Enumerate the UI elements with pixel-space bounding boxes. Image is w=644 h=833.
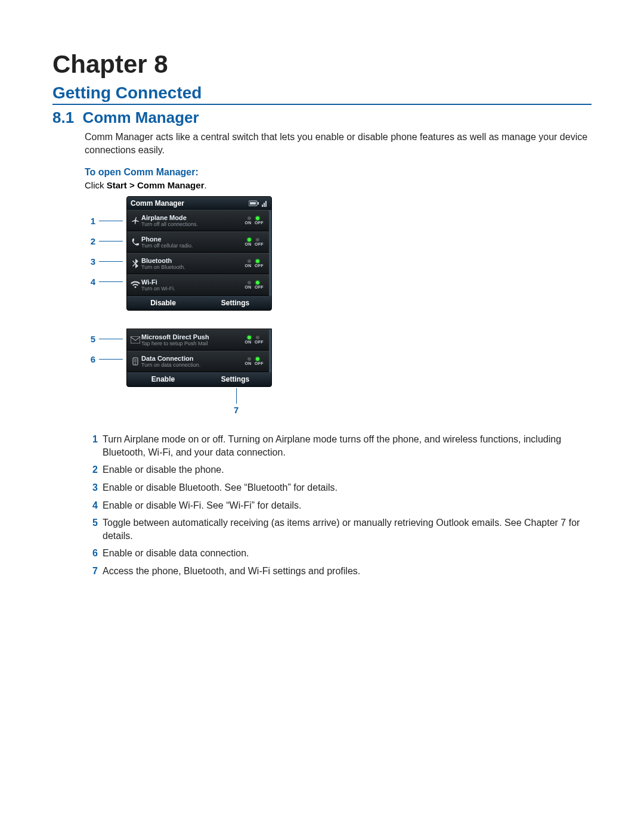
svg-rect-2 [258, 202, 259, 205]
section-number: 8.1 [52, 109, 74, 126]
comm-row-mail[interactable]: Microsoft Direct PushTap here to setup P… [127, 329, 269, 351]
comm-manager-screenshot-2: Microsoft Direct PushTap here to setup P… [126, 329, 272, 387]
row-title: Airplane Mode [141, 215, 242, 221]
on-off-toggle[interactable]: ONOFF [242, 357, 265, 366]
legend-number: 1 [85, 433, 98, 459]
scrollbar[interactable] [269, 210, 271, 296]
callout-leader-line [99, 339, 123, 339]
legend-number: 3 [85, 481, 98, 494]
on-off-toggle[interactable]: ONOFF [242, 216, 265, 225]
comm-manager-screenshot-1: Comm Manager Airplane ModeTurn off all c… [126, 196, 272, 311]
legend-item: 4Enable or disable Wi-Fi. See “Wi-Fi” fo… [85, 499, 592, 512]
section-heading: 8.1 Comm Manager [52, 109, 592, 127]
wifi-icon [129, 281, 141, 289]
callout-number: 7 [234, 405, 239, 415]
intro-paragraph: Comm Manager acts like a central switch … [85, 131, 592, 156]
legend-number: 7 [85, 565, 98, 578]
comm-row-bluetooth[interactable]: BluetoothTurn on Bluetooth.ONOFF [127, 253, 269, 274]
svg-rect-8 [134, 359, 137, 363]
legend-text: Access the phone, Bluetooth, and Wi-Fi s… [103, 565, 592, 578]
softkey-settings[interactable]: Settings [199, 296, 271, 310]
legend-number: 6 [85, 547, 98, 560]
callout-leader-line [99, 359, 123, 360]
mail-icon [129, 336, 141, 343]
svg-point-9 [135, 363, 136, 364]
data-icon [129, 357, 141, 366]
on-off-toggle[interactable]: ONOFF [242, 259, 265, 268]
airplane-icon [129, 216, 141, 225]
open-comm-heading: To open Comm Manager: [85, 167, 592, 178]
row-subtitle: Turn on Bluetooth. [141, 265, 242, 270]
legend-list: 1Turn Airplane mode on or off. Turning o… [85, 433, 592, 577]
svg-rect-1 [250, 202, 256, 205]
comm-row-wifi[interactable]: Wi-FiTurn on Wi-Fi.ONOFF [127, 274, 269, 296]
legend-text: Turn Airplane mode on or off. Turning on… [103, 433, 592, 459]
softkey-disable[interactable]: Disable [127, 296, 199, 310]
callout-leader-line [99, 221, 123, 221]
battery-icon [249, 200, 259, 206]
row-subtitle: Turn off cellular radio. [141, 243, 242, 249]
callout-leader-line [99, 261, 123, 262]
row-subtitle: Turn off all connections. [141, 222, 242, 227]
legend-item: 3Enable or disable Bluetooth. See “Bluet… [85, 481, 592, 494]
section-title: Comm Manager [83, 109, 199, 126]
legend-text: Enable or disable Bluetooth. See “Blueto… [103, 481, 592, 494]
device-title: Comm Manager [131, 199, 184, 208]
comm-row-airplane[interactable]: Airplane ModeTurn off all connections.ON… [127, 210, 269, 231]
legend-item: 7Access the phone, Bluetooth, and Wi-Fi … [85, 565, 592, 578]
row-title: Microsoft Direct Push [141, 334, 242, 340]
comm-row-phone[interactable]: PhoneTurn off cellular radio.ONOFF [127, 231, 269, 253]
bluetooth-icon [129, 259, 141, 268]
callout-leader-line [99, 281, 123, 282]
callout-number: 2 [85, 236, 95, 246]
callout-number: 5 [85, 334, 95, 344]
callout-number: 1 [85, 216, 95, 226]
status-bar [249, 200, 268, 207]
legend-text: Toggle between automatically receiving (… [103, 516, 592, 542]
svg-rect-3 [262, 205, 263, 207]
row-subtitle: Turn on data connection. [141, 363, 242, 368]
legend-item: 1Turn Airplane mode on or off. Turning o… [85, 433, 592, 459]
row-title: Data Connection [141, 355, 242, 362]
svg-rect-4 [264, 203, 265, 207]
row-subtitle: Turn on Wi-Fi. [141, 286, 242, 292]
legend-text: Enable or disable data connection. [103, 547, 592, 560]
legend-number: 2 [85, 463, 98, 476]
callout-number: 6 [85, 354, 95, 364]
row-title: Phone [141, 236, 242, 243]
legend-item: 5Toggle between automatically receiving … [85, 516, 592, 542]
open-comm-instruction: Click Start > Comm Manager. [85, 180, 592, 190]
legend-number: 4 [85, 499, 98, 512]
comm-row-data[interactable]: Data ConnectionTurn on data connection.O… [127, 351, 269, 372]
on-off-toggle[interactable]: ONOFF [242, 238, 265, 246]
phone-icon [129, 238, 141, 246]
callout-7-pointer: 7 [236, 388, 323, 415]
callout-leader-line [99, 241, 123, 241]
svg-rect-5 [265, 201, 267, 207]
softkey-settings[interactable]: Settings [199, 372, 271, 386]
row-title: Wi-Fi [141, 279, 242, 286]
legend-item: 2Enable or disable the phone. [85, 463, 592, 476]
instruction-prefix: Click [85, 180, 107, 190]
chapter-subtitle: Getting Connected [52, 83, 592, 105]
legend-text: Enable or disable Wi-Fi. See “Wi-Fi” for… [103, 499, 592, 512]
chapter-title: Chapter 8 [52, 50, 592, 79]
row-subtitle: Tap here to setup Push Mail [141, 341, 242, 346]
callout-number: 4 [85, 277, 95, 287]
svg-rect-6 [131, 336, 140, 343]
instruction-suffix: . [204, 180, 206, 190]
on-off-toggle[interactable]: ONOFF [242, 281, 265, 289]
callout-number: 3 [85, 256, 95, 267]
legend-text: Enable or disable the phone. [103, 463, 592, 476]
legend-number: 5 [85, 516, 98, 542]
row-title: Bluetooth [141, 258, 242, 264]
softkey-enable[interactable]: Enable [127, 372, 199, 386]
signal-icon [262, 200, 268, 207]
scrollbar[interactable] [269, 329, 271, 372]
legend-item: 6Enable or disable data connection. [85, 547, 592, 560]
instruction-bold: Start > Comm Manager [107, 180, 205, 190]
on-off-toggle[interactable]: ONOFF [242, 336, 265, 344]
